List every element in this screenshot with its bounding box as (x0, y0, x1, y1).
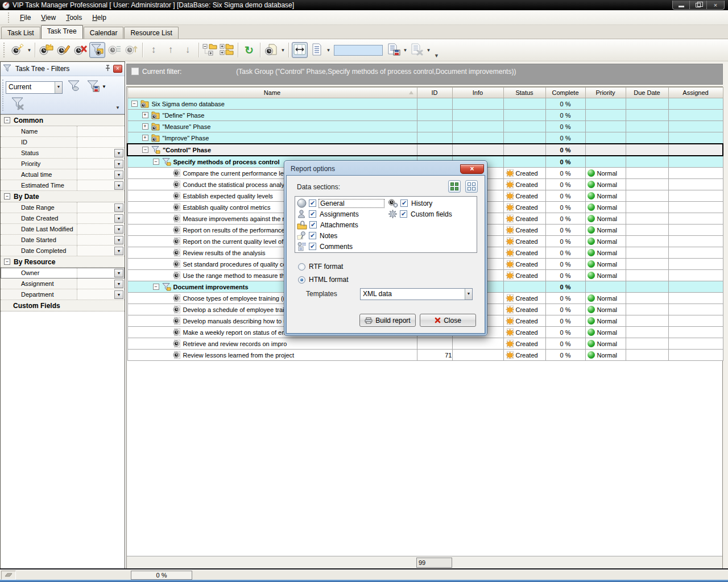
table-row[interactable]: −Six Sigma demo database 0 % (127, 98, 723, 110)
export-dropdown[interactable]: ▼ (280, 43, 286, 57)
table-row[interactable]: Review lessons learned from the project … (127, 350, 723, 361)
menu-view[interactable]: View (36, 12, 61, 23)
filter-tasks-button[interactable] (89, 42, 105, 58)
move-up-button[interactable]: ↑ (163, 42, 179, 58)
delete-task-button[interactable] (72, 42, 88, 58)
dropdown-button[interactable]: ▼ (114, 160, 123, 168)
filter-row-owner[interactable]: Owner ▼ (1, 268, 125, 278)
section-checkbox[interactable]: ✔ (309, 243, 316, 250)
collapse-icon[interactable]: − (4, 193, 10, 199)
table-row[interactable]: +"Improve" Phase 0 % (127, 132, 723, 144)
save-view-dropdown[interactable]: ▼ (402, 43, 408, 57)
column-header-due-date[interactable]: Due Date (626, 88, 668, 98)
expand-collapse-button[interactable]: ↕ (146, 42, 162, 58)
new-task-dropdown[interactable]: ▼ (26, 43, 32, 57)
move-down-button[interactable]: ↓ (180, 42, 196, 58)
tree-expander[interactable]: + (142, 123, 148, 130)
dropdown-button[interactable]: ▼ (114, 214, 123, 223)
rtf-format-radio[interactable]: RTF format (298, 263, 343, 271)
toolbar-search-input[interactable] (334, 45, 383, 56)
filter-preset-combobox[interactable]: Current ▼ (6, 81, 63, 94)
filter-row-estimated-time[interactable]: Estimated Time ▼ (1, 180, 125, 191)
section-item-comments[interactable]: ✔ Comments (295, 241, 386, 252)
section-checkbox[interactable]: ✔ (309, 210, 316, 218)
table-row[interactable]: +"Measure" Phase 0 % (127, 121, 723, 132)
html-format-radio[interactable]: HTML format (298, 276, 349, 284)
templates-combobox[interactable]: XML data ▼ (360, 288, 473, 300)
filter-row-actual-time[interactable]: Actual time ▼ (1, 169, 125, 180)
new-task-button[interactable] (10, 42, 26, 58)
section-item-notes[interactable]: ✔ Notes (295, 230, 386, 241)
tree-expander[interactable]: − (131, 101, 138, 107)
dropdown-button[interactable]: ▼ (114, 236, 123, 244)
edit-task-button[interactable] (55, 42, 71, 58)
customize-columns-button[interactable] (309, 42, 325, 58)
tab-task-tree[interactable]: Task Tree (41, 25, 83, 39)
section-item-history[interactable]: ✔ History (386, 198, 477, 209)
filter-row-name[interactable]: Name (1, 126, 125, 137)
fit-columns-button[interactable] (292, 42, 308, 58)
section-item-custom-fields[interactable]: ✔ Custom fields (386, 209, 477, 219)
delete-view-dropdown[interactable]: ▼ (425, 43, 432, 57)
collapse-all-button[interactable] (202, 42, 218, 58)
section-checkbox[interactable]: ✔ (309, 199, 316, 207)
column-header-status[interactable]: Status (503, 88, 545, 98)
apply-filter-button[interactable] (67, 80, 81, 94)
column-header-assigned[interactable]: Assigned (668, 88, 723, 98)
dropdown-button[interactable]: ▼ (114, 290, 123, 299)
section-checkbox[interactable]: ✔ (400, 199, 408, 207)
tree-expander[interactable]: + (142, 135, 148, 141)
filter-row-date-created[interactable]: Date Created ▼ (1, 213, 125, 224)
dialog-close-button[interactable]: × (460, 164, 484, 174)
filter-row-id[interactable]: ID (1, 137, 125, 148)
customize-columns-dropdown[interactable]: ▼ (325, 43, 332, 57)
column-header-priority[interactable]: Priority (585, 88, 626, 98)
section-checkbox[interactable]: ✔ (400, 210, 407, 218)
filter-row-priority[interactable]: Priority ▼ (1, 159, 125, 169)
filter-row-assignment[interactable]: Assignment ▼ (1, 278, 125, 289)
tree-expander[interactable]: + (142, 112, 148, 118)
filter-row-department[interactable]: Department ▼ (1, 289, 125, 300)
menu-help[interactable]: Help (87, 12, 111, 23)
new-task-group-button[interactable] (38, 42, 54, 58)
filters-options-button[interactable]: ▼ (115, 105, 120, 110)
section-checkbox[interactable]: ✔ (309, 232, 316, 239)
expand-all-button[interactable] (219, 42, 235, 58)
filter-row-date-started[interactable]: Date Started ▼ (1, 235, 125, 246)
dropdown-button[interactable]: ▼ (114, 149, 123, 157)
section-checkbox[interactable]: ✔ (309, 221, 317, 228)
section-item-attachments[interactable]: ✔ Attachments (295, 219, 386, 230)
check-all-button[interactable] (448, 180, 461, 193)
filter-row-date-last-modified[interactable]: Date Last Modified ▼ (1, 224, 125, 235)
collapse-icon[interactable]: − (4, 259, 10, 265)
current-filter-checkbox[interactable] (131, 68, 139, 75)
menu-tools[interactable]: Tools (61, 12, 87, 23)
build-report-button[interactable]: Build report (359, 314, 416, 327)
filter-section-by-resource[interactable]: −By Resource (1, 256, 125, 268)
column-header-name[interactable]: Name (127, 88, 417, 98)
task-share-button[interactable] (123, 42, 139, 58)
dropdown-button[interactable]: ▼ (114, 225, 123, 234)
dropdown-button[interactable]: ▼ (114, 280, 123, 288)
column-header-info[interactable]: Info (452, 88, 503, 98)
toolbar-overflow-button[interactable]: ▼ (434, 53, 439, 59)
dropdown-button[interactable]: ▼ (114, 171, 123, 179)
tree-expander[interactable]: − (153, 159, 159, 165)
dropdown-button[interactable]: ▼ (114, 269, 123, 277)
pin-icon[interactable] (105, 65, 111, 73)
tab-resource-list[interactable]: Resource List (124, 27, 178, 39)
table-row[interactable]: Retrieve and review records on impro Cre… (127, 338, 723, 350)
refresh-button[interactable]: ↻ (241, 42, 257, 58)
dropdown-button[interactable]: ▼ (114, 247, 123, 255)
table-row[interactable]: −"Control" Phase 0 % (127, 144, 723, 156)
tree-expander[interactable]: − (153, 284, 159, 290)
filter-row-date-completed[interactable]: Date Completed ▼ (1, 246, 125, 256)
save-filter-button[interactable]: ▼ (86, 80, 106, 94)
templates-dropdown[interactable]: ▼ (465, 289, 472, 300)
save-view-button[interactable] (386, 42, 402, 58)
tab-task-list[interactable]: Task List (1, 27, 40, 39)
column-header-complete[interactable]: Complete (545, 88, 585, 98)
menu-file[interactable]: File (15, 12, 36, 23)
dialog-titlebar[interactable]: Report options × (286, 163, 485, 175)
restore-button[interactable] (690, 1, 707, 9)
